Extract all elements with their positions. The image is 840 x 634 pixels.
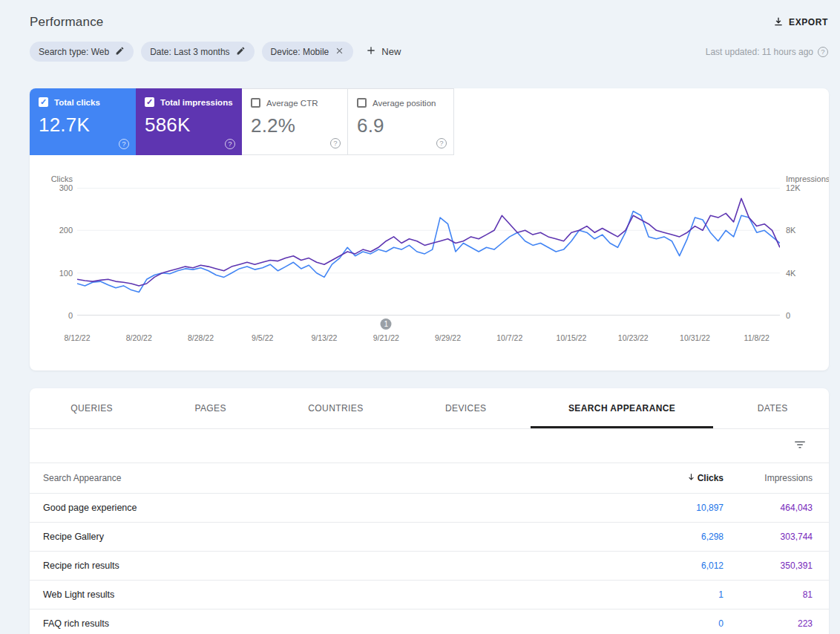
tab-label: COUNTRIES <box>308 403 363 414</box>
tab-countries[interactable]: COUNTRIES <box>267 388 404 428</box>
checkbox-average-ctr[interactable]: ✓ <box>251 98 260 108</box>
y-tick-right: 8K <box>786 226 795 235</box>
filter-chip-device[interactable]: Device: Mobile <box>262 42 354 62</box>
download-icon <box>772 16 784 30</box>
metric-card-average-position[interactable]: ✓ Average position 6.9 ? <box>348 88 454 155</box>
column-header-dimension[interactable]: Search Appearance <box>43 473 612 483</box>
table-toolbar <box>30 429 829 463</box>
row-impressions: 350,391 <box>723 561 813 571</box>
row-dimension: Recipe Gallery <box>43 532 612 542</box>
y-tick-right: 0 <box>786 311 790 320</box>
help-icon[interactable]: ? <box>818 47 828 57</box>
chart-plot-area <box>77 188 780 316</box>
column-header-clicks[interactable]: Clicks <box>612 472 723 484</box>
x-axis-tick: 9/21/22 <box>373 333 399 342</box>
filter-list-button[interactable] <box>793 438 807 454</box>
annotation-marker[interactable]: 1 <box>381 318 392 330</box>
tab-pages[interactable]: PAGES <box>154 388 267 428</box>
tab-queries[interactable]: QUERIES <box>30 388 154 428</box>
x-axis-tick: 10/31/22 <box>680 333 710 342</box>
chip-label: Date: Last 3 months <box>150 47 229 57</box>
chip-label: Device: Mobile <box>271 47 329 57</box>
metric-value: 12.7K <box>39 114 127 137</box>
right-axis-title: Impressions <box>786 174 829 183</box>
filter-chip-date[interactable]: Date: Last 3 months <box>141 42 254 62</box>
y-tick-left: 100 <box>47 269 73 278</box>
tab-devices[interactable]: DEVICES <box>404 388 528 428</box>
table-row[interactable]: Recipe rich results 6,012 350,391 <box>30 552 829 581</box>
dimensions-panel: QUERIESPAGESCOUNTRIESDEVICESSEARCH APPEA… <box>30 388 829 634</box>
edit-pencil-icon <box>115 46 125 58</box>
performance-chart-panel: ✓ Total clicks 12.7K ? ✓ Total impressio… <box>30 88 829 370</box>
metric-card-total-impressions[interactable]: ✓ Total impressions 586K ? <box>136 88 242 155</box>
x-axis-tick: 8/28/22 <box>188 333 214 342</box>
row-clicks: 0 <box>612 618 723 629</box>
metric-card-total-clicks[interactable]: ✓ Total clicks 12.7K ? <box>30 88 136 155</box>
help-icon[interactable]: ? <box>225 139 235 149</box>
tab-search-appearance[interactable]: SEARCH APPEARANCE <box>528 388 717 428</box>
export-label: EXPORT <box>789 17 828 27</box>
y-tick-left: 0 <box>47 311 73 320</box>
chip-label: Search type: Web <box>39 47 109 57</box>
table-row[interactable]: FAQ rich results 0 223 <box>30 610 829 634</box>
tab-label: PAGES <box>194 403 226 414</box>
table-row[interactable]: Good page experience 10,897 464,043 <box>30 494 829 523</box>
metric-label: Total clicks <box>54 98 100 107</box>
sort-desc-icon <box>686 472 696 484</box>
row-impressions: 223 <box>723 618 813 629</box>
x-axis-tick: 9/29/22 <box>435 333 461 342</box>
close-icon[interactable] <box>335 46 344 58</box>
row-clicks: 6,012 <box>612 561 723 571</box>
x-axis-tick: 9/5/22 <box>252 333 273 342</box>
x-axis-tick: 10/23/22 <box>618 333 649 342</box>
metric-value: 6.9 <box>357 114 444 137</box>
x-axis-tick: 11/8/22 <box>744 333 770 342</box>
row-impressions: 464,043 <box>723 503 813 513</box>
row-impressions: 303,744 <box>723 532 813 542</box>
performance-chart: Clicks Impressions 300 200 100 0 12K 8K … <box>47 176 821 360</box>
y-tick-right: 12K <box>786 183 801 192</box>
row-dimension: Web Light results <box>43 589 612 600</box>
export-button[interactable]: EXPORT <box>772 16 828 30</box>
tab-label: DEVICES <box>445 403 486 414</box>
row-clicks: 10,897 <box>612 503 723 513</box>
row-dimension: FAQ rich results <box>43 618 612 629</box>
x-axis-tick: 9/13/22 <box>311 333 337 342</box>
table-header: Search Appearance Clicks Impressions <box>30 463 829 494</box>
checkbox-average-position[interactable]: ✓ <box>357 98 367 108</box>
checkbox-total-impressions[interactable]: ✓ <box>145 97 154 107</box>
row-impressions: 81 <box>723 589 813 600</box>
x-axis-tick: 10/15/22 <box>557 333 587 342</box>
help-icon[interactable]: ? <box>436 138 447 148</box>
column-header-impressions[interactable]: Impressions <box>723 473 813 483</box>
help-icon[interactable]: ? <box>119 139 129 149</box>
edit-pencil-icon <box>236 46 246 58</box>
filter-list-icon <box>793 438 807 454</box>
x-axis-tick: 8/20/22 <box>126 333 152 342</box>
last-updated: Last updated: 11 hours ago ? <box>706 47 828 57</box>
row-dimension: Good page experience <box>43 503 612 513</box>
plus-icon <box>365 45 377 59</box>
row-clicks: 6,298 <box>612 532 723 542</box>
metric-label: Average CTR <box>266 99 318 108</box>
tab-label: DATES <box>758 403 788 414</box>
metric-card-average-ctr[interactable]: ✓ Average CTR 2.2% ? <box>242 88 348 155</box>
tab-dates[interactable]: DATES <box>716 388 829 428</box>
filter-bar: Search type: Web Date: Last 3 months Dev… <box>0 34 840 62</box>
table-row[interactable]: Web Light results 1 81 <box>30 581 829 610</box>
metric-label: Total impressions <box>160 98 233 107</box>
help-icon[interactable]: ? <box>330 138 341 148</box>
row-dimension: Recipe rich results <box>43 561 612 571</box>
line-chart <box>77 188 780 316</box>
top-bar: Performance EXPORT <box>0 0 840 34</box>
table-row[interactable]: Recipe Gallery 6,298 303,744 <box>30 523 829 552</box>
x-axis: 1 8/12/228/20/228/28/229/5/229/13/229/21… <box>77 317 780 353</box>
new-filter-button[interactable]: New <box>365 45 401 59</box>
clicks-line <box>77 212 780 293</box>
row-clicks: 1 <box>612 589 723 600</box>
x-axis-tick: 8/12/22 <box>64 333 90 342</box>
filter-chip-search-type[interactable]: Search type: Web <box>30 42 134 62</box>
checkbox-total-clicks[interactable]: ✓ <box>39 97 48 107</box>
metric-label: Average position <box>373 99 436 108</box>
y-tick-right: 4K <box>786 269 795 278</box>
